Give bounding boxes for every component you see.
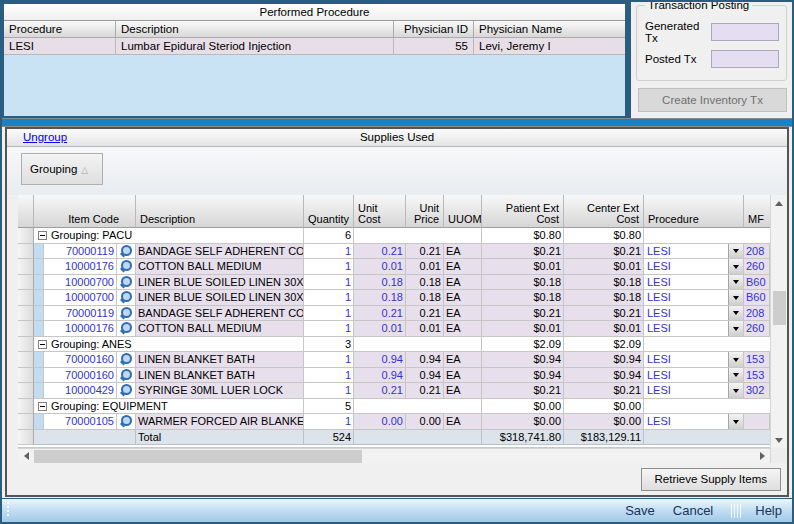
row-selector[interactable] bbox=[18, 368, 34, 384]
vertical-scrollbar-thumb[interactable] bbox=[773, 291, 786, 325]
row-selector[interactable] bbox=[18, 290, 34, 306]
item-code-cell[interactable]: 70000160 bbox=[44, 368, 117, 384]
scroll-right-icon[interactable] bbox=[754, 449, 770, 463]
group-header-cell[interactable]: Grouping: EQUIPMENT bbox=[34, 399, 304, 415]
item-code-cell[interactable]: 70000119 bbox=[44, 306, 117, 322]
procedure-cell[interactable]: LESI bbox=[4, 38, 116, 54]
item-lookup-button[interactable] bbox=[117, 414, 136, 430]
generated-tx-field[interactable] bbox=[711, 23, 779, 41]
save-button[interactable]: Save bbox=[625, 503, 655, 518]
quantity-cell[interactable]: 1 bbox=[304, 290, 354, 306]
create-inventory-tx-button[interactable]: Create Inventory Tx bbox=[638, 88, 787, 112]
procedure-dropdown[interactable]: LESI bbox=[644, 306, 744, 322]
quantity-cell[interactable]: 1 bbox=[304, 368, 354, 384]
header-center-ext-cost[interactable]: Center Ext Cost bbox=[564, 195, 644, 228]
group-row[interactable]: Grouping: EQUIPMENT5$0.00$0.00 bbox=[18, 399, 770, 415]
procedure-dropdown[interactable]: LESI bbox=[644, 321, 744, 337]
grip-handle-icon[interactable] bbox=[7, 502, 9, 516]
supply-item-row[interactable]: 10000429SYRINGE 30ML LUER LOCK10.210.21E… bbox=[18, 383, 770, 399]
help-button[interactable]: Help bbox=[755, 503, 782, 518]
group-header-cell[interactable]: Grouping: PACU bbox=[34, 228, 304, 244]
supply-item-row[interactable]: 70000105WARMER FORCED AIR BLANKET10.000.… bbox=[18, 414, 770, 430]
chevron-down-icon[interactable] bbox=[728, 321, 743, 336]
supply-item-row[interactable]: 10000176COTTON BALL MEDIUM10.010.01EA$0.… bbox=[18, 259, 770, 275]
item-code-cell[interactable]: 10000429 bbox=[44, 383, 117, 399]
performed-procedure-row[interactable]: LESI Lumbar Epidural Steriod Injection 5… bbox=[4, 38, 625, 55]
chevron-down-icon[interactable] bbox=[728, 275, 743, 290]
row-selector[interactable] bbox=[18, 337, 34, 353]
procedure-dropdown[interactable]: LESI bbox=[644, 383, 744, 399]
col-physician-id[interactable]: Physician ID bbox=[394, 21, 474, 37]
header-quantity[interactable]: Quantity bbox=[304, 195, 354, 228]
row-selector[interactable] bbox=[18, 383, 34, 399]
group-row[interactable]: Grouping: PACU6$0.80$0.80 bbox=[18, 228, 770, 244]
procedure-dropdown[interactable]: LESI bbox=[644, 368, 744, 384]
item-code-cell[interactable]: 70000119 bbox=[44, 244, 117, 260]
row-selector[interactable] bbox=[18, 228, 34, 244]
col-description[interactable]: Description bbox=[116, 21, 394, 37]
row-selector[interactable] bbox=[18, 321, 34, 337]
row-selector[interactable] bbox=[18, 414, 34, 430]
grouping-button[interactable]: Grouping△ bbox=[21, 153, 103, 185]
item-lookup-button[interactable] bbox=[117, 306, 136, 322]
physician-id-cell[interactable]: 55 bbox=[394, 38, 474, 54]
item-lookup-button[interactable] bbox=[117, 368, 136, 384]
vertical-scrollbar[interactable] bbox=[770, 195, 787, 448]
supply-item-row[interactable]: 10000700LINER BLUE SOILED LINEN 30X4310.… bbox=[18, 290, 770, 306]
horizontal-scrollbar[interactable] bbox=[18, 448, 770, 463]
item-code-cell[interactable]: 10000700 bbox=[44, 290, 117, 306]
chevron-down-icon[interactable] bbox=[728, 368, 743, 383]
supply-item-row[interactable]: 10000700LINER BLUE SOILED LINEN 30X4310.… bbox=[18, 275, 770, 291]
header-mfr[interactable]: MF bbox=[744, 195, 770, 228]
collapse-group-icon[interactable] bbox=[38, 402, 47, 411]
procedure-dropdown[interactable]: LESI bbox=[644, 244, 744, 260]
row-selector[interactable] bbox=[18, 244, 34, 260]
item-lookup-button[interactable] bbox=[117, 290, 136, 306]
item-lookup-button[interactable] bbox=[117, 275, 136, 291]
procedure-dropdown[interactable]: LESI bbox=[644, 290, 744, 306]
physician-name-cell[interactable]: Levi, Jeremy I bbox=[474, 38, 625, 54]
row-selector[interactable] bbox=[18, 399, 34, 415]
row-selector[interactable] bbox=[18, 259, 34, 275]
collapse-group-icon[interactable] bbox=[38, 231, 47, 240]
quantity-cell[interactable]: 1 bbox=[304, 383, 354, 399]
total-row[interactable]: Total524$318,741.80$183,129.11 bbox=[18, 430, 770, 446]
item-code-cell[interactable]: 70000105 bbox=[44, 414, 117, 430]
procedure-dropdown[interactable]: LESI bbox=[644, 352, 744, 368]
row-selector[interactable] bbox=[18, 275, 34, 291]
scroll-up-icon[interactable] bbox=[771, 195, 787, 211]
quantity-cell[interactable]: 1 bbox=[304, 259, 354, 275]
chevron-down-icon[interactable] bbox=[728, 414, 743, 429]
posted-tx-field[interactable] bbox=[711, 50, 779, 68]
item-code-cell[interactable]: 10000700 bbox=[44, 275, 117, 291]
header-description[interactable]: Description bbox=[136, 195, 304, 228]
item-lookup-button[interactable] bbox=[117, 352, 136, 368]
header-unit-cost[interactable]: Unit Cost bbox=[354, 195, 406, 228]
col-procedure[interactable]: Procedure bbox=[4, 21, 116, 37]
horizontal-scrollbar-thumb[interactable] bbox=[34, 450, 362, 463]
supply-item-row[interactable]: 70000160LINEN BLANKET BATH10.940.94EA$0.… bbox=[18, 352, 770, 368]
scroll-left-icon[interactable] bbox=[18, 449, 34, 463]
item-code-cell[interactable]: 10000176 bbox=[44, 321, 117, 337]
retrieve-supply-items-button[interactable]: Retrieve Supply Items bbox=[641, 468, 782, 491]
supply-item-row[interactable]: 70000119BANDAGE SELF ADHERENT COBAN10.21… bbox=[18, 306, 770, 322]
item-lookup-button[interactable] bbox=[117, 259, 136, 275]
supply-item-row[interactable]: 70000160LINEN BLANKET BATH10.940.94EA$0.… bbox=[18, 368, 770, 384]
col-physician-name[interactable]: Physician Name bbox=[474, 21, 625, 37]
row-selector[interactable] bbox=[18, 306, 34, 322]
item-code-cell[interactable]: 70000160 bbox=[44, 352, 117, 368]
item-lookup-button[interactable] bbox=[117, 321, 136, 337]
header-uuom[interactable]: UUOM bbox=[444, 195, 482, 228]
supply-item-row[interactable]: 10000176COTTON BALL MEDIUM10.010.01EA$0.… bbox=[18, 321, 770, 337]
quantity-cell[interactable]: 1 bbox=[304, 414, 354, 430]
chevron-down-icon[interactable] bbox=[728, 259, 743, 274]
collapse-group-icon[interactable] bbox=[38, 340, 47, 349]
chevron-down-icon[interactable] bbox=[728, 290, 743, 305]
procedure-dropdown[interactable]: LESI bbox=[644, 259, 744, 275]
supply-item-row[interactable]: 70000119BANDAGE SELF ADHERENT COBAN10.21… bbox=[18, 244, 770, 260]
chevron-down-icon[interactable] bbox=[728, 244, 743, 259]
chevron-down-icon[interactable] bbox=[728, 383, 743, 398]
ungroup-link[interactable]: Ungroup bbox=[23, 129, 67, 146]
group-header-cell[interactable]: Grouping: ANES bbox=[34, 337, 304, 353]
quantity-cell[interactable]: 1 bbox=[304, 244, 354, 260]
